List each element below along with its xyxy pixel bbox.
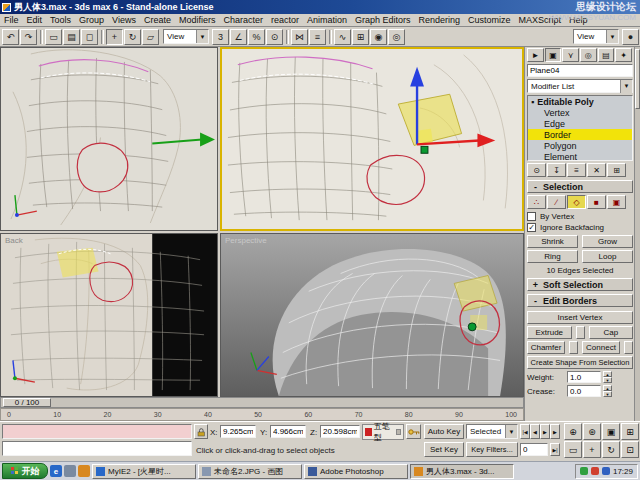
cap-button[interactable]: Cap	[589, 326, 634, 339]
crease-field[interactable]	[567, 385, 601, 397]
rollout-edit-borders-header[interactable]: - Edit Borders	[527, 294, 633, 307]
stack-item-vertex[interactable]: Vertex	[528, 107, 632, 118]
select-and-scale-button[interactable]: ▱	[142, 29, 159, 45]
rollout-selection-header[interactable]: - Selection	[527, 180, 633, 193]
macro-recorder-field[interactable]	[2, 424, 192, 439]
quick-launch-desktop[interactable]	[64, 465, 76, 477]
select-object-button[interactable]: ▭	[45, 29, 62, 45]
quick-launch-browser[interactable]: e	[50, 465, 62, 477]
ring-button[interactable]: Ring	[527, 250, 578, 263]
listener-field[interactable]	[2, 441, 192, 456]
menu-item-tools[interactable]: Tools	[46, 15, 75, 25]
zoom-button[interactable]: ⊕	[564, 423, 582, 440]
stack-item-border[interactable]: Border	[528, 129, 632, 140]
maximize-viewport-button[interactable]: ⊡	[621, 441, 639, 458]
viewport-top-left[interactable]	[0, 47, 218, 231]
create-shape-button[interactable]: Create Shape From Selection	[527, 356, 633, 369]
quick-render-button[interactable]: ●	[622, 29, 639, 45]
menu-item-file[interactable]: File	[0, 15, 23, 25]
vertex-subobject-button[interactable]: ∴	[527, 195, 546, 209]
pin-stack-button[interactable]: ⊙	[527, 163, 546, 177]
modifier-list-dropdown[interactable]: Modifier List ▼	[527, 79, 633, 93]
element-subobject-button[interactable]: ▣	[607, 195, 626, 209]
stack-item-editable-poly[interactable]: ▪ Editable Poly	[528, 96, 632, 107]
menu-item-graph-editors[interactable]: Graph Editors	[351, 15, 415, 25]
stack-item-polygon[interactable]: Polygon	[528, 140, 632, 151]
extrude-settings-button[interactable]	[576, 326, 585, 339]
rollout-soft-selection-header[interactable]: + Soft Selection	[527, 278, 633, 291]
coord-y-field[interactable]	[270, 425, 306, 438]
menu-item-rendering[interactable]: Rendering	[415, 15, 465, 25]
gizmo-center-handle[interactable]	[468, 323, 476, 331]
pan-button[interactable]: +	[583, 441, 601, 458]
time-slider-handle[interactable]: 0 / 100	[3, 398, 51, 407]
chamfer-settings-button[interactable]	[569, 341, 578, 354]
coordinate-system-dropdown[interactable]: View ▼	[163, 29, 209, 44]
menu-item-views[interactable]: Views	[108, 15, 140, 25]
show-end-result-button[interactable]: ↧	[547, 163, 566, 177]
snap-toggle-button[interactable]: 3	[212, 29, 229, 45]
ime-toolbar[interactable]: 五笔型	[362, 424, 404, 440]
taskbar-task-browser[interactable]: MyIE2 - [火星时...	[92, 464, 196, 479]
go-to-end-button[interactable]: ▶|	[550, 443, 560, 456]
panel-scrollbar[interactable]	[634, 47, 640, 421]
viewport-perspective[interactable]: Perspective	[220, 233, 524, 397]
taskbar-task-paint[interactable]: 未命名2.JPG - 画图	[198, 464, 302, 479]
percent-snap-button[interactable]: %	[248, 29, 265, 45]
connect-settings-button[interactable]	[624, 341, 633, 354]
spinner-snap-button[interactable]: ⊙	[266, 29, 283, 45]
go-to-start-button[interactable]: |◀	[520, 424, 530, 439]
chamfer-button[interactable]: Chamfer	[527, 341, 565, 354]
grow-button[interactable]: Grow	[582, 235, 633, 248]
extrude-button[interactable]: Extrude	[527, 326, 572, 339]
zoom-region-button[interactable]: ▭	[564, 441, 582, 458]
border-subobject-button[interactable]: ◇	[567, 195, 586, 209]
make-unique-button[interactable]: ≡	[567, 163, 586, 177]
menu-item-create[interactable]: Create	[140, 15, 175, 25]
schematic-view-button[interactable]: ⊞	[352, 29, 369, 45]
tab-display[interactable]: ▤	[598, 48, 615, 62]
menu-item-customize[interactable]: Customize	[464, 15, 515, 25]
loop-button[interactable]: Loop	[582, 250, 633, 263]
menu-item-maxscript[interactable]: MAXScript	[515, 15, 566, 25]
frame-field[interactable]	[520, 443, 548, 456]
render-scene-button[interactable]: ◎	[388, 29, 405, 45]
menu-item-help[interactable]: Help	[565, 15, 592, 25]
panel-scrollbar-thumb[interactable]	[635, 49, 640, 109]
mirror-button[interactable]: ⋈	[291, 29, 308, 45]
menu-item-modifiers[interactable]: Modifiers	[175, 15, 220, 25]
stack-item-element[interactable]: Element	[528, 151, 632, 161]
key-filters-button[interactable]: Key Filters...	[466, 442, 518, 457]
configure-modifier-sets-button[interactable]: ⊞	[607, 163, 626, 177]
zoom-extents-button[interactable]: ▣	[602, 423, 620, 440]
tray-icon-red[interactable]	[591, 467, 599, 475]
select-and-move-button[interactable]: +	[106, 29, 123, 45]
coord-z-field[interactable]	[320, 425, 360, 438]
ignore-backfacing-checkbox[interactable]: ✓	[527, 223, 536, 232]
play-button[interactable]: ▶	[540, 424, 550, 439]
previous-frame-button[interactable]: ◀	[530, 424, 540, 439]
menu-item-animation[interactable]: Animation	[303, 15, 351, 25]
zoom-extents-all-button[interactable]: ⊞	[621, 423, 639, 440]
tray-icon-green[interactable]	[580, 467, 588, 475]
crease-spinner-down[interactable]: ▼	[603, 391, 612, 397]
viewport-back[interactable]: Back	[0, 233, 218, 397]
edge-subobject-button[interactable]: ∕	[547, 195, 566, 209]
tray-icon-blue[interactable]	[602, 467, 610, 475]
set-key-mode-button[interactable]	[406, 424, 421, 439]
selection-region-button[interactable]: ◻	[81, 29, 98, 45]
track-bar[interactable]: 0 10 20 30 40 50 60 70 80 90 100	[0, 408, 524, 421]
tab-modify[interactable]: ▣	[545, 48, 562, 62]
viewport-top-right[interactable]	[220, 47, 524, 231]
zoom-all-button[interactable]: ⊛	[583, 423, 601, 440]
render-type-dropdown[interactable]: View ▼	[573, 29, 619, 44]
menu-item-group[interactable]: Group	[75, 15, 108, 25]
remove-modifier-button[interactable]: ✕	[587, 163, 606, 177]
curve-editor-button[interactable]: ∿	[334, 29, 351, 45]
weight-spinner-down[interactable]: ▼	[603, 377, 612, 383]
menu-item-reactor[interactable]: reactor	[267, 15, 303, 25]
time-slider[interactable]: 0 / 100	[0, 397, 524, 408]
polygon-subobject-button[interactable]: ■	[587, 195, 606, 209]
menu-item-character[interactable]: Character	[219, 15, 267, 25]
connect-button[interactable]: Connect	[582, 341, 620, 354]
